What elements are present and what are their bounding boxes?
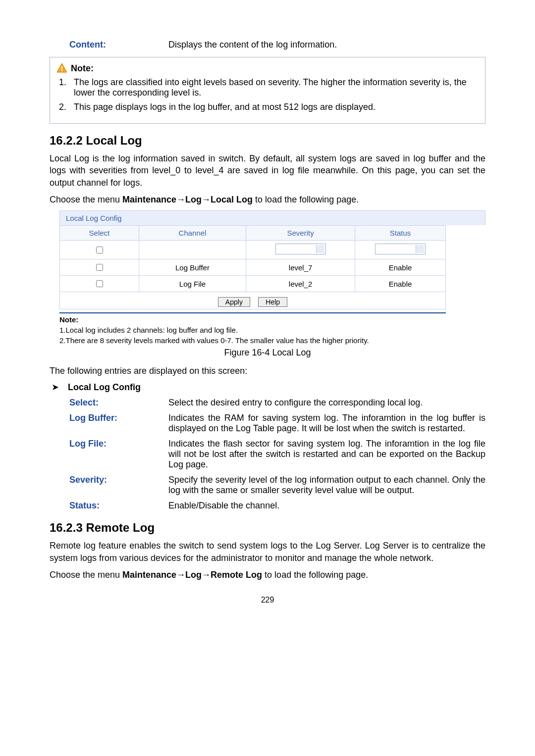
page-number: 229: [50, 596, 485, 605]
table-row: Log File level_2 Enable: [60, 276, 446, 292]
def-term: Status:: [50, 501, 168, 511]
def-text: Select the desired entry to configure th…: [168, 398, 485, 408]
note-header-text: Note:: [71, 63, 94, 74]
def-row-log-file: Log File: Indicates the flash sector for…: [50, 439, 485, 470]
remote-log-menu-path: Choose the menu Maintenance→Log→Remote L…: [50, 569, 485, 581]
remote-log-desc: Remote log feature enables the switch to…: [50, 540, 485, 564]
status-filter-dropdown[interactable]: ▼: [375, 244, 426, 254]
svg-rect-2: [61, 70, 62, 71]
local-log-menu-path: Choose the menu Maintenance→Log→Local Lo…: [50, 194, 485, 205]
figure-note-line: 2.There are 8 severity levels marked wit…: [59, 336, 485, 345]
def-text: Enable/Disable the channel.: [168, 501, 485, 511]
local-log-config-label: Local Log Config: [68, 382, 141, 393]
row-checkbox[interactable]: [96, 264, 103, 271]
def-text: Indicates the RAM for saving system log.…: [168, 413, 485, 434]
row-severity: level_2: [246, 276, 355, 292]
row-status: Enable: [355, 276, 446, 292]
col-severity: Severity: [246, 226, 355, 241]
content-def: Displays the content of the log informat…: [168, 40, 485, 50]
row-channel: Log Buffer: [139, 259, 246, 276]
def-text: Indicates the flash sector for saving sy…: [168, 439, 485, 470]
config-title: Local Log Config: [59, 210, 485, 225]
def-row-status: Status: Enable/Disable the channel.: [50, 501, 485, 511]
note-item: This page displays logs in the log buffe…: [69, 102, 479, 112]
figure-caption: Figure 16-4 Local Log: [50, 348, 485, 358]
row-checkbox[interactable]: [96, 280, 103, 287]
svg-rect-1: [61, 66, 62, 69]
content-term: Content:: [50, 40, 168, 50]
apply-button[interactable]: Apply: [218, 297, 250, 307]
def-term: Select:: [50, 398, 168, 408]
col-status: Status: [355, 226, 446, 241]
entries-intro: The following entries are displayed on t…: [50, 365, 485, 377]
table-row: Log Buffer level_7 Enable: [60, 259, 446, 276]
row-channel: Log File: [139, 276, 246, 292]
note-box: Note: The logs are classified into eight…: [50, 57, 485, 124]
warning-icon: [56, 62, 68, 74]
col-select: Select: [60, 226, 139, 241]
row-status: Enable: [355, 259, 446, 276]
col-channel: Channel: [139, 226, 246, 241]
select-all-checkbox[interactable]: [96, 247, 103, 253]
def-term: Severity:: [50, 475, 168, 496]
content-definition-row: Content: Displays the content of the log…: [50, 40, 485, 50]
section-heading-local-log: 16.2.2 Local Log: [50, 134, 485, 148]
local-log-desc: Local Log is the log information saved i…: [50, 152, 485, 189]
note-item: The logs are classified into eight level…: [69, 77, 479, 98]
def-row-select: Select: Select the desired entry to conf…: [50, 398, 485, 408]
def-text: Specify the severity level of the log in…: [168, 475, 485, 496]
severity-filter-dropdown[interactable]: ▼: [275, 244, 326, 254]
help-button[interactable]: Help: [258, 297, 287, 307]
def-row-log-buffer: Log Buffer: Indicates the RAM for saving…: [50, 413, 485, 434]
def-row-severity: Severity: Specify the severity level of …: [50, 475, 485, 496]
section-heading-remote-log: 16.2.3 Remote Log: [50, 521, 485, 535]
figure-note-title: Note:: [59, 315, 78, 324]
local-log-config-figure: Local Log Config Select Channel Severity…: [59, 210, 485, 345]
figure-note-line: 1.Local log includes 2 channels: log buf…: [59, 326, 485, 334]
bullet-icon: ➤: [52, 382, 59, 393]
row-severity: level_7: [246, 259, 355, 276]
def-term: Log Buffer:: [50, 413, 168, 434]
def-term: Log File:: [50, 439, 168, 470]
